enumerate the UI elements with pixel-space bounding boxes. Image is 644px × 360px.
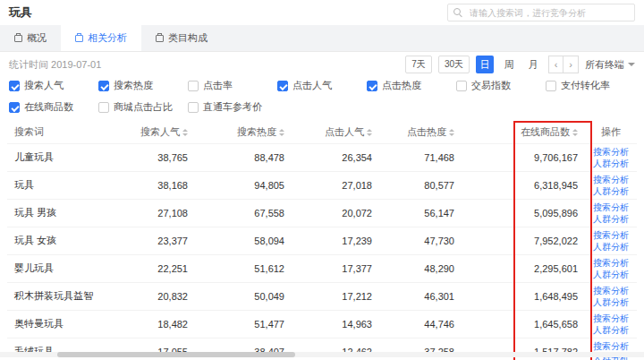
search-icon — [453, 8, 463, 18]
metric-checkbox-4[interactable]: 点击热度 — [367, 79, 456, 92]
page-title: 玩具 — [9, 4, 32, 21]
metric-label: 点击人气 — [292, 79, 332, 92]
search-box[interactable] — [447, 4, 635, 21]
table-body: 儿童玩具 38,765 88,478 26,354 71,468 9,706,1… — [7, 143, 637, 360]
actions-cell: 搜索分析 人群分析 — [585, 282, 637, 310]
search-popularity-cell: 38,168 — [113, 171, 195, 199]
metric-checkbox-8[interactable]: 商城点击占比 — [98, 100, 188, 114]
search-analysis-link[interactable]: 搜索分析 — [587, 146, 635, 158]
checkbox-icon — [98, 102, 109, 113]
search-analysis-link[interactable]: 搜索分析 — [587, 257, 635, 269]
granularity-week-button[interactable]: 周 — [500, 56, 518, 73]
tabbar: 概况 相关分析 类目构成 — [0, 25, 644, 52]
crowd-analysis-link[interactable]: 人群分析 — [587, 269, 635, 280]
sort-icon[interactable] — [367, 129, 372, 136]
report-icon — [75, 35, 83, 42]
click-heat-cell: 46,301 — [379, 282, 462, 310]
metric-label: 搜索人气 — [24, 79, 64, 92]
crowd-analysis-link[interactable]: 人群分析 — [587, 213, 635, 225]
sort-icon[interactable] — [449, 129, 454, 136]
chevron-down-icon — [628, 63, 635, 66]
tab-label: 概况 — [27, 31, 47, 45]
search-popularity-cell: 22,251 — [113, 254, 195, 282]
click-popularity-cell: 20,072 — [292, 199, 379, 227]
keyword-cell: 积木拼装玩具益智 — [7, 282, 113, 310]
filter-row: 统计时间 2019-07-01 7天 30天 日 周 月 ‹ › 所有终端 — [0, 54, 644, 75]
tab-category-composition[interactable]: 类目构成 — [141, 25, 222, 51]
next-date-button[interactable]: › — [564, 56, 579, 73]
crowd-analysis-link[interactable]: 人群分析 — [587, 185, 635, 197]
prev-date-button[interactable]: ‹ — [548, 56, 564, 73]
online-items-cell: 7,952,022 — [462, 227, 585, 254]
horizontal-scrollbar[interactable] — [0, 352, 644, 357]
search-analysis-link[interactable]: 搜索分析 — [587, 340, 635, 352]
search-popularity-cell: 38,765 — [113, 143, 195, 171]
header-search-popularity[interactable]: 搜索人气 — [113, 121, 195, 143]
search-analysis-link[interactable]: 搜索分析 — [587, 313, 635, 324]
terminal-label: 所有终端 — [585, 58, 624, 72]
keyword-table-wrap: 搜索词 搜索人气 搜索热度 点击人气 点击热度 在线商品数 操作 儿童玩具 38… — [7, 121, 637, 360]
scrollbar-thumb[interactable] — [57, 352, 295, 357]
metric-checkbox-9[interactable]: 直通车参考价 — [188, 100, 277, 114]
actions-cell: 搜索分析 人群分析 — [585, 171, 637, 199]
crowd-analysis-link[interactable]: 人群分析 — [587, 241, 635, 253]
click-heat-cell: 56,147 — [379, 199, 462, 227]
checkbox-icon — [456, 81, 467, 91]
metrics-grid: 搜索人气 搜索热度 点击率 点击人气 点击热度 交易指数 支付转化率 在线商品数… — [0, 75, 644, 119]
search-popularity-cell: 27,108 — [113, 199, 195, 227]
table-row: 儿童玩具 38,765 88,478 26,354 71,468 9,706,1… — [7, 143, 637, 171]
search-analysis-link[interactable]: 搜索分析 — [587, 229, 635, 241]
search-analysis-link[interactable]: 搜索分析 — [587, 174, 635, 185]
metric-checkbox-5[interactable]: 交易指数 — [456, 79, 546, 92]
metric-checkbox-1[interactable]: 搜索热度 — [98, 79, 188, 92]
report-icon — [14, 35, 22, 42]
metric-checkbox-2[interactable]: 点击率 — [188, 79, 277, 92]
table-row: 积木拼装玩具益智 20,832 50,049 17,212 46,301 1,6… — [7, 282, 637, 310]
click-heat-cell: 71,468 — [379, 143, 462, 171]
checkbox-icon — [188, 81, 199, 91]
search-analysis-link[interactable]: 搜索分析 — [587, 201, 635, 213]
table-row: 玩具 男孩 27,108 67,558 20,072 56,147 5,095,… — [7, 199, 637, 227]
click-heat-cell: 48,290 — [379, 254, 462, 282]
table-row: 玩具 女孩 23,377 58,094 17,239 47,730 7,952,… — [7, 227, 637, 254]
terminal-select[interactable]: 所有终端 — [585, 58, 635, 72]
search-analysis-link[interactable]: 搜索分析 — [587, 285, 635, 296]
search-heat-cell: 94,805 — [195, 171, 292, 199]
search-input[interactable] — [468, 7, 629, 19]
metric-label: 直通车参考价 — [203, 100, 262, 114]
tab-overview[interactable]: 概况 — [0, 25, 61, 51]
crowd-analysis-link[interactable]: 人群分析 — [587, 324, 635, 336]
online-items-cell: 1,648,495 — [462, 282, 585, 310]
granularity-month-button[interactable]: 月 — [524, 56, 542, 73]
granularity-day-button[interactable]: 日 — [476, 56, 494, 73]
sort-icon[interactable] — [279, 129, 284, 136]
actions-cell: 搜索分析 人群分析 — [585, 254, 637, 282]
metric-checkbox-6[interactable]: 支付转化率 — [546, 79, 635, 92]
checkbox-icon — [98, 81, 109, 91]
header-online-items[interactable]: 在线商品数 — [462, 121, 585, 143]
header-click-popularity[interactable]: 点击人气 — [292, 121, 379, 143]
crowd-analysis-link[interactable]: 人群分析 — [587, 296, 635, 308]
table-row: 婴儿玩具 22,251 51,612 17,377 48,290 2,295,6… — [7, 254, 637, 282]
metric-checkbox-0[interactable]: 搜索人气 — [9, 79, 98, 92]
checkbox-icon — [277, 81, 288, 91]
click-heat-cell: 44,746 — [379, 310, 462, 338]
actions-cell: 搜索分析 人群分析 — [585, 310, 637, 338]
range-7d-button[interactable]: 7天 — [405, 56, 432, 73]
sort-icon[interactable] — [182, 129, 188, 136]
checkbox-icon — [188, 102, 199, 113]
crowd-analysis-link[interactable]: 人群分析 — [587, 158, 635, 169]
table-row: 玩具 38,168 94,805 27,018 80,577 6,318,945… — [7, 171, 637, 199]
table-header-row: 搜索词 搜索人气 搜索热度 点击人气 点击热度 在线商品数 操作 — [7, 121, 637, 143]
click-popularity-cell: 27,018 — [292, 171, 379, 199]
header-click-heat[interactable]: 点击热度 — [379, 121, 462, 143]
tab-related-analysis[interactable]: 相关分析 — [61, 25, 141, 51]
metric-checkbox-7[interactable]: 在线商品数 — [9, 100, 98, 114]
click-popularity-cell: 17,239 — [292, 227, 379, 254]
metric-checkbox-3[interactable]: 点击人气 — [277, 79, 367, 92]
search-popularity-cell: 20,832 — [113, 282, 195, 310]
header-search-heat[interactable]: 搜索热度 — [195, 121, 292, 143]
checkbox-icon — [9, 81, 20, 91]
sort-icon[interactable] — [572, 129, 578, 136]
range-30d-button[interactable]: 30天 — [438, 56, 470, 73]
